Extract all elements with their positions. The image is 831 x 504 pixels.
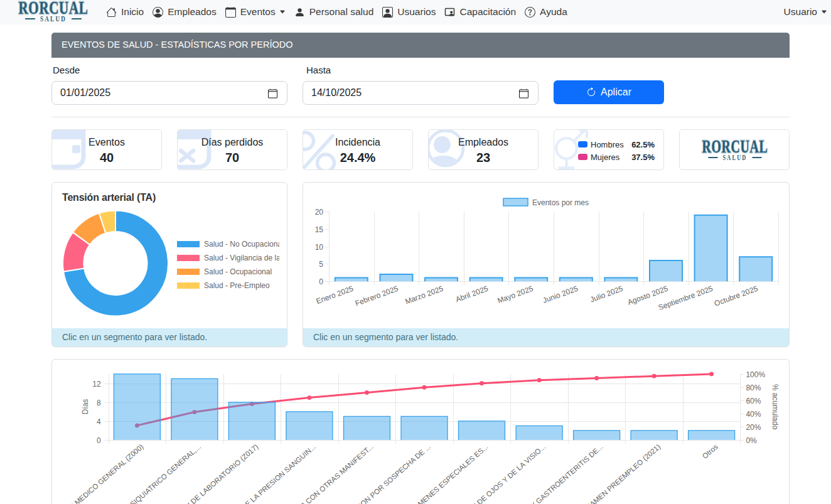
svg-text:EXAMEN DE LABORATORIO (Z017): EXAMEN DE LABORATORIO (Z017) [164,442,259,504]
svg-text:SALUD: SALUD [723,154,748,161]
svg-text:Abril 2025: Abril 2025 [454,284,490,304]
svg-text:8: 8 [97,398,101,407]
svg-text:5: 5 [319,259,323,268]
svg-text:Mayo 2025: Mayo 2025 [496,284,535,305]
svg-text:15: 15 [315,225,324,233]
svg-text:20%: 20% [746,422,761,431]
svg-text:10: 10 [315,242,324,251]
svg-text:% acumulado: % acumulado [771,383,780,429]
svg-text:Eventos por mes: Eventos por mes [532,198,589,206]
svg-text:4: 4 [97,417,101,426]
svg-text:RORCUAL: RORCUAL [702,136,768,156]
svg-text:100%: 100% [746,370,765,378]
svg-text:Días: Días [81,399,90,414]
svg-text:Otros: Otros [701,442,719,460]
svg-text:80%: 80% [746,383,761,392]
svg-text:0%: 0% [746,436,757,444]
svg-text:PERSONA CON OTRAS MANIFEST...: PERSONA CON OTRAS MANIFEST... [276,442,374,504]
svg-text:DIARREA Y GASTROENTERITIS DE..: DIARREA Y GASTROENTERITIS DE... [504,442,604,504]
svg-text:20: 20 [315,207,324,216]
svg-text:EXAMEN DE OJOS Y DE LA VISIO..: EXAMEN DE OJOS Y DE LA VISIO... [451,442,547,504]
svg-text:0: 0 [97,436,101,444]
svg-text:12: 12 [92,379,101,388]
svg-text:60%: 60% [746,396,761,405]
svg-text:Enero 2025: Enero 2025 [315,284,355,305]
svg-text:40%: 40% [746,409,761,418]
svg-text:Junio 2025: Junio 2025 [542,284,579,304]
svg-text:Octubre 2025: Octubre 2025 [713,284,759,308]
svg-text:Febrero 2025: Febrero 2025 [354,284,400,308]
svg-text:Marzo 2025: Marzo 2025 [404,284,445,306]
svg-text:SALUD: SALUD [40,14,67,23]
svg-text:0: 0 [319,277,323,286]
svg-text:Julio 2025: Julio 2025 [589,284,625,304]
svg-text:EXAMEN MEDICO GENERAL (Z000): EXAMEN MEDICO GENERAL (Z000) [51,442,145,504]
